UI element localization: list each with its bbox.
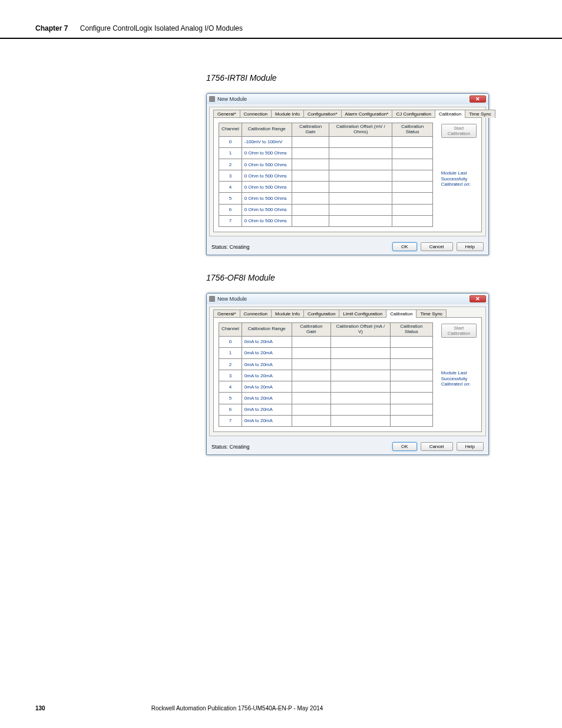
table-row[interactable]: 20 Ohm to 500 Ohms bbox=[219, 159, 433, 170]
tab-connection[interactable]: Connection bbox=[240, 110, 272, 118]
table-row[interactable]: 20mA to 20mA bbox=[219, 358, 433, 370]
col-range: Calibration Range bbox=[242, 123, 292, 137]
table-row[interactable]: 60mA to 20mA bbox=[219, 404, 433, 415]
page-content: 1756-IRT8I Module New Module ✕ General* … bbox=[0, 39, 562, 455]
tab-body-calibration: Channel Calibration Range Calibration Ga… bbox=[213, 117, 482, 232]
tab-alarm-configuration[interactable]: Alarm Configuration* bbox=[341, 110, 393, 118]
tab-limit-configuration[interactable]: Limit Configuration bbox=[339, 309, 386, 318]
help-button[interactable]: Help bbox=[457, 242, 484, 251]
table-row[interactable]: 40mA to 20mA bbox=[219, 381, 433, 393]
table-row[interactable]: 30 Ohm to 500 Ohms bbox=[219, 170, 433, 182]
page-header: Chapter 7 Configure ControlLogix Isolate… bbox=[0, 0, 562, 39]
tab-configuration[interactable]: Configuration bbox=[303, 309, 340, 318]
tab-module-info[interactable]: Module Info bbox=[271, 309, 304, 318]
module-last-calibrated: Module Last Successfully Calibrated on: bbox=[441, 170, 477, 187]
help-button[interactable]: Help bbox=[457, 442, 484, 451]
module-heading-of8i: 1756-OF8I Module bbox=[206, 273, 527, 282]
dialog-irt8i: New Module ✕ General* Connection Module … bbox=[206, 93, 489, 255]
chapter-label: Chapter 7 bbox=[35, 24, 68, 32]
col-offset: Calibration Offset (mA / V) bbox=[330, 323, 390, 337]
module-heading-irt8i: 1756-IRT8I Module bbox=[206, 73, 527, 83]
tab-time-sync[interactable]: Time Sync bbox=[465, 110, 495, 118]
table-row[interactable]: 10mA to 20mA bbox=[219, 347, 433, 358]
close-icon[interactable]: ✕ bbox=[470, 95, 486, 103]
tab-cj-configuration[interactable]: CJ Configuration bbox=[392, 110, 435, 118]
col-gain: Calibration Gain bbox=[292, 323, 330, 337]
tab-connection[interactable]: Connection bbox=[240, 309, 272, 318]
titlebar[interactable]: New Module ✕ bbox=[207, 294, 488, 304]
table-row[interactable]: 30mA to 20mA bbox=[219, 370, 433, 381]
table-row[interactable]: 10 Ohm to 500 Ohms bbox=[219, 147, 433, 159]
tab-strip: General* Connection Module Info Configur… bbox=[213, 110, 482, 118]
tab-calibration[interactable]: Calibration bbox=[435, 110, 465, 118]
table-row[interactable]: 70 Ohm to 500 Ohms bbox=[219, 215, 433, 226]
chapter-title: Configure ControlLogix Isolated Analog I… bbox=[80, 24, 243, 32]
col-status: Calibration Status bbox=[390, 323, 432, 337]
module-last-calibrated: Module Last Successfully Calibrated on: bbox=[441, 370, 477, 387]
window-title: New Module bbox=[217, 96, 247, 102]
close-icon[interactable]: ✕ bbox=[470, 295, 486, 302]
table-row[interactable]: 50 Ohm to 500 Ohms bbox=[219, 193, 433, 204]
table-row[interactable]: 00mA to 20mA bbox=[219, 336, 433, 347]
table-row[interactable]: 60 Ohm to 500 Ohms bbox=[219, 204, 433, 215]
tab-module-info[interactable]: Module Info bbox=[271, 110, 304, 118]
calibration-table: Channel Calibration Range Calibration Ga… bbox=[219, 123, 433, 227]
col-range: Calibration Range bbox=[242, 323, 292, 337]
start-calibration-button[interactable]: Start Calibration bbox=[441, 324, 477, 338]
status-bar: Status: Creating OK Cancel Help bbox=[207, 239, 488, 255]
status-bar: Status: Creating OK Cancel Help bbox=[207, 439, 488, 454]
page-footer: 130 Rockwell Automation Publication 1756… bbox=[35, 705, 527, 711]
app-icon bbox=[209, 296, 215, 302]
table-row[interactable]: 50mA to 20mA bbox=[219, 393, 433, 404]
col-channel: Channel bbox=[219, 323, 242, 337]
tab-general[interactable]: General* bbox=[213, 309, 240, 318]
tab-time-sync[interactable]: Time Sync bbox=[416, 309, 447, 318]
table-row[interactable]: 0-100mV to 100mV bbox=[219, 136, 433, 147]
side-panel: Start Calibration Module Last Successful… bbox=[441, 322, 477, 427]
status-text: Status: Creating bbox=[211, 444, 392, 450]
tab-general[interactable]: General* bbox=[213, 110, 240, 118]
dialog-of8i: New Module ✕ General* Connection Module … bbox=[206, 293, 489, 455]
col-gain: Calibration Gain bbox=[292, 123, 329, 137]
tab-body-calibration: Channel Calibration Range Calibration Ga… bbox=[213, 317, 482, 432]
ok-button[interactable]: OK bbox=[392, 442, 417, 451]
tab-strip: General* Connection Module Info Configur… bbox=[213, 309, 482, 318]
table-row[interactable]: 70mA to 20mA bbox=[219, 415, 433, 426]
start-calibration-button[interactable]: Start Calibration bbox=[441, 124, 477, 138]
col-offset: Calibration Offset (mV / Ohms) bbox=[329, 123, 392, 137]
window-title: New Module bbox=[217, 296, 247, 302]
cancel-button[interactable]: Cancel bbox=[421, 242, 453, 251]
tab-calibration[interactable]: Calibration bbox=[386, 309, 416, 318]
col-channel: Channel bbox=[219, 123, 242, 137]
side-panel: Start Calibration Module Last Successful… bbox=[441, 123, 477, 227]
cancel-button[interactable]: Cancel bbox=[421, 442, 453, 451]
page-number: 130 bbox=[35, 705, 45, 711]
publication-info: Rockwell Automation Publication 1756-UM5… bbox=[151, 705, 323, 711]
col-status: Calibration Status bbox=[392, 123, 432, 137]
calibration-table: Channel Calibration Range Calibration Ga… bbox=[219, 322, 433, 427]
status-text: Status: Creating bbox=[211, 244, 392, 250]
app-icon bbox=[209, 96, 215, 102]
tab-configuration[interactable]: Configuration* bbox=[303, 110, 342, 118]
table-row[interactable]: 40 Ohm to 500 Ohms bbox=[219, 182, 433, 193]
titlebar[interactable]: New Module ✕ bbox=[207, 94, 488, 104]
ok-button[interactable]: OK bbox=[392, 242, 417, 251]
